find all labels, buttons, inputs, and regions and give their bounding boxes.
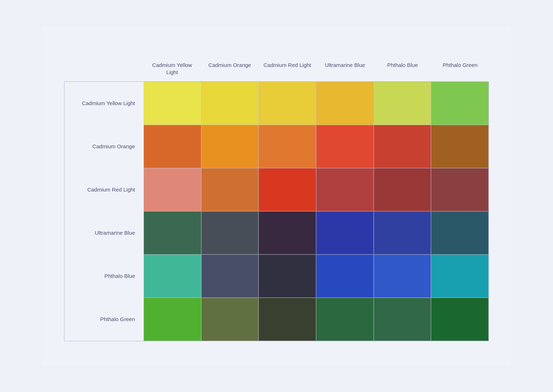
color-cell-0-4 [374,82,431,125]
table-row-1: Cadmium Orange [64,125,489,168]
color-cell-0-3 [316,82,374,125]
color-cell-4-5 [431,254,489,298]
color-cell-4-1 [201,254,259,298]
color-cell-2-0 [144,168,201,211]
col-header-3: Ultramarine Blue [316,62,374,81]
color-cell-1-1 [201,125,259,168]
color-cell-3-2 [258,211,316,254]
table-body: Cadmium Yellow LightCadmium OrangeCadmiu… [64,81,489,341]
color-cell-2-5 [431,168,489,211]
row-label-1: Cadmium Orange [64,125,144,168]
color-cell-3-3 [316,211,374,254]
color-cell-3-5 [431,211,489,254]
col-header-1: Cadmium Orange [201,62,258,81]
table-row-3: Ultramarine Blue [64,211,489,254]
color-cell-1-4 [374,125,431,168]
row-label-4: Phthalo Blue [64,254,144,298]
color-cell-1-0 [144,125,201,168]
color-cell-5-0 [144,298,201,341]
color-cell-5-1 [201,298,259,341]
color-cell-0-2 [258,82,316,125]
table-row-2: Cadmium Red Light [64,168,489,211]
mixing-table: Cadmium Yellow LightCadmium OrangeCadmiu… [64,62,489,341]
col-header-2: Cadmium Red Light [258,62,316,81]
color-cell-1-2 [258,125,316,168]
row-label-2: Cadmium Red Light [64,168,144,211]
color-cell-4-2 [258,254,316,298]
table-row-5: Phthalo Green [64,298,489,341]
color-cell-5-5 [431,298,489,341]
table-row-4: Phthalo Blue [64,254,489,298]
col-header-5: Phthalo Green [431,62,489,81]
color-cell-4-0 [144,254,201,298]
color-cell-3-4 [374,211,431,254]
color-cell-5-4 [374,298,431,341]
row-label-5: Phthalo Green [64,298,144,341]
table-header-row: Cadmium Yellow LightCadmium OrangeCadmiu… [143,62,489,81]
color-cell-1-5 [431,125,489,168]
row-label-0: Cadmium Yellow Light [64,82,144,125]
color-cell-1-3 [316,125,374,168]
color-cell-4-3 [316,254,374,298]
col-header-0: Cadmium Yellow Light [143,62,201,81]
color-cell-0-0 [144,82,201,125]
page-container: Cadmium Yellow LightCadmium OrangeCadmiu… [42,26,511,366]
color-cell-0-5 [431,82,489,125]
color-cell-3-0 [144,211,201,254]
color-cell-2-4 [374,168,431,211]
color-cell-4-4 [374,254,431,298]
color-cell-0-1 [201,82,259,125]
color-cell-2-2 [258,168,316,211]
color-cell-3-1 [201,211,259,254]
color-cell-5-3 [316,298,374,341]
color-cell-5-2 [258,298,316,341]
color-cell-2-1 [201,168,259,211]
col-header-4: Phthalo Blue [374,62,431,81]
table-row-0: Cadmium Yellow Light [64,82,489,125]
color-cell-2-3 [316,168,374,211]
row-label-3: Ultramarine Blue [64,211,144,254]
